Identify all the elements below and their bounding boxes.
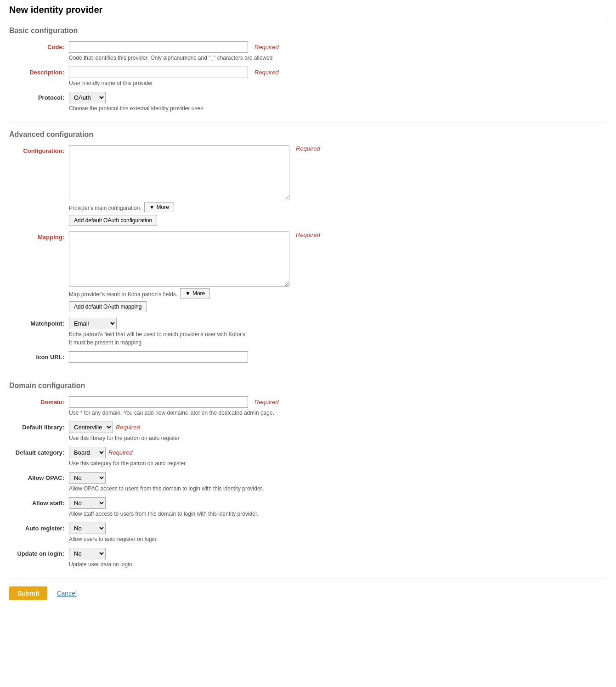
code-label: Code: — [9, 41, 69, 51]
allow-opac-field-container: No Yes Allow OPAC access to users from t… — [69, 472, 607, 492]
mapping-textarea[interactable] — [69, 231, 289, 287]
update-on-login-field-container: No Yes Update user data on login. — [69, 548, 607, 568]
matchpoint-row: Matchpoint: Email Username cardnumber Ko… — [9, 318, 607, 346]
default-category-label: Default category: — [9, 447, 69, 456]
configuration-more-label: More — [157, 204, 169, 210]
basic-advanced-divider — [9, 123, 607, 123]
default-library-label: Default library: — [9, 422, 69, 431]
description-field-wrapper: Required — [69, 67, 607, 78]
matchpoint-help1: Koha patron's field that will be used to… — [69, 331, 607, 338]
icon-url-field-container — [69, 351, 607, 363]
description-required: Required — [254, 69, 279, 76]
page-title: New identity provider — [9, 5, 607, 19]
auto-register-select[interactable]: No Yes — [69, 523, 106, 534]
update-on-login-label: Update on login: — [9, 548, 69, 557]
configuration-field-container: Required Provider's main configuration. … — [69, 145, 607, 226]
auto-register-field-container: No Yes Allow users to auto register on l… — [69, 523, 607, 542]
description-row: Description: Required User friendly name… — [9, 67, 607, 86]
advanced-configuration-section: Advanced configuration Configuration: Re… — [9, 130, 607, 363]
basic-configuration-section: Basic configuration Code: Required Code … — [9, 27, 607, 112]
domain-required: Required — [254, 399, 279, 405]
default-category-field-container: Board Required Use this category for the… — [69, 447, 607, 467]
allow-staff-help: Allow staff access to users from this do… — [69, 511, 607, 517]
default-category-help: Use this category for the patron on auto… — [69, 460, 607, 467]
domain-field-wrapper: Required — [69, 396, 607, 408]
default-library-select[interactable]: Centerville — [69, 422, 113, 433]
allow-opac-row: Allow OPAC: No Yes Allow OPAC access to … — [9, 472, 607, 492]
mapping-help: Map provider's result to Koha patron's f… — [69, 291, 177, 298]
default-library-row: Default library: Centerville Required Us… — [9, 422, 607, 441]
mapping-dropdown-arrow-icon: ▼ — [185, 290, 191, 297]
code-field-wrapper: Required — [69, 41, 607, 53]
icon-url-input[interactable] — [69, 351, 248, 363]
mapping-actions-row: Map provider's result to Koha patron's f… — [69, 288, 607, 298]
code-row: Code: Required Code that identifies this… — [9, 41, 607, 61]
protocol-select[interactable]: OAuth OIDC — [69, 92, 106, 103]
add-default-oauth-mapping-button[interactable]: Add default OAuth mapping — [69, 301, 147, 312]
domain-input[interactable] — [69, 396, 248, 408]
icon-url-label: Icon URL: — [9, 351, 69, 360]
advanced-domain-divider — [9, 374, 607, 374]
matchpoint-help2: It must be present in mapping — [69, 339, 607, 346]
configuration-help: Provider's main configuration. — [69, 205, 141, 211]
icon-url-row: Icon URL: — [9, 351, 607, 363]
matchpoint-field-container: Email Username cardnumber Koha patron's … — [69, 318, 607, 346]
description-help: User friendly name of this provider — [69, 80, 607, 86]
allow-opac-select[interactable]: No Yes — [69, 472, 106, 484]
default-library-required: Required — [116, 424, 140, 431]
default-category-row: Default category: Board Required Use thi… — [9, 447, 607, 467]
description-input[interactable] — [69, 67, 248, 78]
domain-label: Domain: — [9, 396, 69, 405]
default-category-required: Required — [108, 449, 133, 456]
mapping-required: Required — [296, 231, 320, 238]
update-on-login-row: Update on login: No Yes Update user data… — [9, 548, 607, 568]
add-default-oauth-config-button[interactable]: Add default OAuth configuration — [69, 215, 157, 226]
update-on-login-select[interactable]: No Yes — [69, 548, 106, 559]
submit-button[interactable]: Submit — [9, 586, 47, 600]
allow-opac-help: Allow OPAC access to users from this dom… — [69, 485, 607, 492]
configuration-field-wrapper: Required — [69, 145, 607, 200]
configuration-required: Required — [296, 145, 320, 152]
auto-register-label: Auto register: — [9, 523, 69, 532]
configuration-more-button[interactable]: ▼ More — [144, 202, 174, 212]
protocol-help: Choose the protocol this external identi… — [69, 105, 607, 112]
allow-staff-label: Allow staff: — [9, 497, 69, 507]
default-category-select[interactable]: Board — [69, 447, 106, 458]
code-help: Code that identifies this provider. Only… — [69, 55, 607, 61]
auto-register-help: Allow users to auto register on login. — [69, 536, 607, 542]
basic-configuration-heading: Basic configuration — [9, 27, 607, 35]
protocol-label: Protocol: — [9, 92, 69, 101]
domain-help: Use * for any domain. You can add new do… — [69, 410, 607, 416]
default-library-field-container: Centerville Required Use this library fo… — [69, 422, 607, 441]
code-field-container: Required Code that identifies this provi… — [69, 41, 607, 61]
configuration-textarea[interactable] — [69, 145, 289, 200]
update-on-login-help: Update user data on login. — [69, 561, 607, 568]
configuration-row: Configuration: Required Provider's main … — [9, 145, 607, 226]
mapping-more-label: More — [192, 290, 205, 297]
configuration-actions-row: Provider's main configuration. ▼ More — [69, 202, 607, 212]
allow-staff-row: Allow staff: No Yes Allow staff access t… — [9, 497, 607, 517]
allow-opac-label: Allow OPAC: — [9, 472, 69, 481]
domain-configuration-heading: Domain configuration — [9, 382, 607, 390]
domain-configuration-section: Domain configuration Domain: Required Us… — [9, 382, 607, 568]
advanced-configuration-heading: Advanced configuration — [9, 130, 607, 139]
domain-row: Domain: Required Use * for any domain. Y… — [9, 396, 607, 416]
mapping-label: Mapping: — [9, 231, 69, 241]
code-input[interactable] — [69, 41, 248, 53]
protocol-row: Protocol: OAuth OIDC Choose the protocol… — [9, 92, 607, 112]
cancel-button[interactable]: Cancel — [52, 586, 81, 600]
code-required: Required — [254, 44, 279, 51]
default-library-help: Use this library for the patron on auto … — [69, 435, 607, 441]
domain-field-container: Required Use * for any domain. You can a… — [69, 396, 607, 416]
auto-register-row: Auto register: No Yes Allow users to aut… — [9, 523, 607, 542]
mapping-more-button[interactable]: ▼ More — [180, 288, 210, 298]
form-actions: Submit Cancel — [9, 579, 607, 600]
default-library-select-wrapper: Centerville Required — [69, 422, 607, 433]
description-label: Description: — [9, 67, 69, 76]
mapping-row: Mapping: Required Map provider's result … — [9, 231, 607, 312]
matchpoint-label: Matchpoint: — [9, 318, 69, 327]
description-field-container: Required User friendly name of this prov… — [69, 67, 607, 86]
allow-staff-select[interactable]: No Yes — [69, 497, 106, 509]
matchpoint-select[interactable]: Email Username cardnumber — [69, 318, 117, 329]
protocol-field-container: OAuth OIDC Choose the protocol this exte… — [69, 92, 607, 112]
